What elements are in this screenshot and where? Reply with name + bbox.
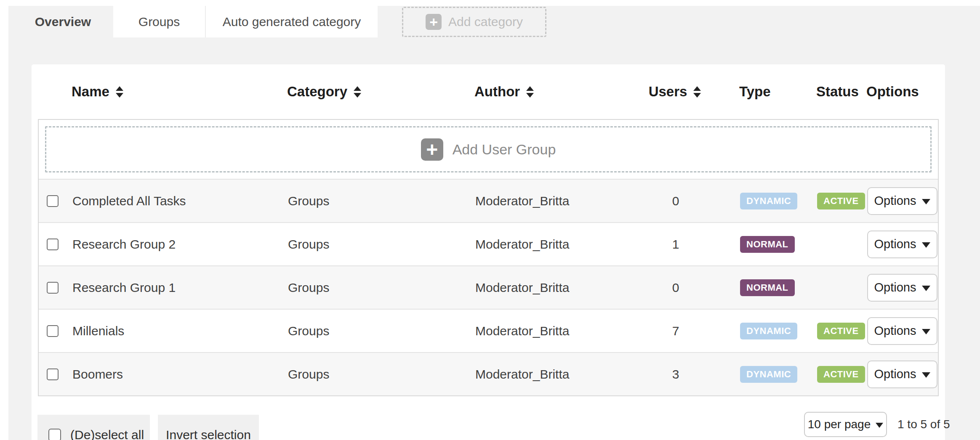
- options-button[interactable]: Options: [867, 317, 937, 345]
- group-category: Groups: [288, 180, 475, 222]
- add-user-group-zone: + Add User Group: [39, 120, 938, 179]
- pagination-range: 1 to 5 of 5: [897, 412, 950, 437]
- tab-spacer: [378, 6, 402, 37]
- invert-selection-label: Invert selection: [166, 428, 251, 440]
- column-header-label: Author: [474, 84, 520, 100]
- table-row: Boomers Groups Moderator_Britta 3 DYNAMI…: [39, 352, 938, 395]
- status-badge: ACTIVE: [817, 193, 865, 209]
- options-button[interactable]: Options: [867, 187, 937, 215]
- options-button-label: Options: [874, 194, 916, 208]
- tab-bar: Overview Groups Auto generated category …: [13, 6, 546, 37]
- group-category: Groups: [288, 223, 475, 265]
- group-category: Groups: [288, 266, 475, 309]
- group-author: Moderator_Britta: [475, 266, 646, 309]
- options-button-label: Options: [874, 281, 916, 294]
- group-name: Research Group 1: [68, 266, 288, 309]
- row-checkbox[interactable]: [47, 195, 59, 207]
- table-row: Millenials Groups Moderator_Britta 7 DYN…: [39, 309, 938, 352]
- group-name: Boomers: [68, 353, 288, 395]
- plus-icon: +: [421, 138, 443, 161]
- group-name: Completed All Tasks: [68, 180, 288, 222]
- column-header-label: Options: [866, 84, 919, 100]
- chevron-down-icon: [922, 242, 930, 248]
- table-row: Research Group 2 Groups Moderator_Britta…: [39, 222, 938, 265]
- group-author: Moderator_Britta: [475, 180, 646, 222]
- group-users-count: 1: [646, 223, 705, 265]
- group-author: Moderator_Britta: [475, 223, 646, 265]
- sort-icon[interactable]: [526, 86, 534, 98]
- invert-selection-button[interactable]: Invert selection: [158, 415, 259, 440]
- group-author: Moderator_Britta: [475, 310, 646, 352]
- table-row: Research Group 1 Groups Moderator_Britta…: [39, 265, 938, 309]
- add-user-group-button[interactable]: + Add User Group: [45, 126, 932, 172]
- column-header-users[interactable]: Users: [645, 64, 704, 119]
- sort-icon[interactable]: [354, 86, 361, 98]
- type-badge: DYNAMIC: [740, 193, 797, 209]
- group-name: Research Group 2: [68, 223, 288, 265]
- column-header-label: Users: [649, 84, 687, 100]
- table-header: NameCategoryAuthorUsersTypeStatusOptions: [38, 64, 939, 119]
- tab-auto-generated-category[interactable]: Auto generated category: [205, 6, 378, 37]
- column-header-label: Type: [739, 84, 771, 100]
- deselect-all-button[interactable]: (De)select all: [37, 415, 150, 440]
- group-users-count: 0: [646, 266, 705, 309]
- table-footer: (De)select all Invert selection 10 per p…: [37, 396, 945, 440]
- column-header-label: Status: [816, 84, 859, 100]
- chevron-down-icon: [922, 372, 930, 378]
- row-checkbox[interactable]: [47, 282, 59, 294]
- type-badge: NORMAL: [740, 236, 795, 253]
- options-button[interactable]: Options: [867, 274, 937, 302]
- sort-icon[interactable]: [693, 86, 701, 98]
- type-badge: DYNAMIC: [740, 366, 797, 383]
- page: Overview Groups Auto generated category …: [0, 0, 980, 440]
- group-category: Groups: [288, 353, 475, 395]
- group-users-count: 7: [646, 310, 705, 352]
- type-badge: NORMAL: [740, 279, 795, 296]
- column-header-status: Status: [812, 64, 866, 119]
- group-author: Moderator_Britta: [475, 353, 646, 395]
- add-user-group-label: Add User Group: [453, 141, 556, 158]
- group-category: Groups: [288, 310, 475, 352]
- chevron-down-icon: [922, 199, 930, 204]
- group-users-count: 0: [646, 180, 705, 222]
- options-button[interactable]: Options: [867, 360, 937, 388]
- deselect-all-label: (De)select all: [70, 428, 144, 440]
- chevron-down-icon: [876, 423, 883, 428]
- table-rows: Completed All Tasks Groups Moderator_Bri…: [39, 179, 938, 395]
- column-header-name[interactable]: Name: [67, 64, 287, 119]
- deselect-all-checkbox[interactable]: [48, 429, 61, 440]
- group-users-count: 3: [646, 353, 705, 395]
- options-button-label: Options: [874, 367, 916, 381]
- row-checkbox[interactable]: [47, 239, 59, 250]
- options-button-label: Options: [874, 324, 916, 338]
- add-category-button[interactable]: + Add category: [402, 7, 546, 37]
- per-page-dropdown[interactable]: 10 per page: [804, 412, 887, 437]
- column-header-type: Type: [704, 64, 812, 119]
- user-groups-card: NameCategoryAuthorUsersTypeStatusOptions…: [32, 64, 945, 440]
- column-header-label: Category: [287, 84, 347, 100]
- table-row: Completed All Tasks Groups Moderator_Bri…: [39, 179, 938, 222]
- column-header-options: Options: [866, 64, 939, 119]
- content-background: Overview Groups Auto generated category …: [8, 6, 980, 440]
- tab-overview[interactable]: Overview: [13, 6, 113, 37]
- sort-icon[interactable]: [116, 86, 123, 98]
- add-category-label: Add category: [448, 15, 523, 29]
- chevron-down-icon: [922, 286, 930, 291]
- row-checkbox[interactable]: [47, 325, 59, 337]
- group-name: Millenials: [68, 310, 288, 352]
- row-checkbox[interactable]: [47, 368, 59, 380]
- options-button[interactable]: Options: [867, 231, 937, 258]
- column-header-label: Name: [72, 84, 109, 100]
- tab-groups[interactable]: Groups: [113, 6, 205, 37]
- type-badge: DYNAMIC: [740, 323, 797, 339]
- column-header-author[interactable]: Author: [474, 64, 645, 119]
- column-header-category[interactable]: Category: [287, 64, 474, 119]
- table-body: + Add User Group Completed All Tasks Gro…: [38, 119, 939, 396]
- status-badge: ACTIVE: [817, 366, 865, 383]
- options-button-label: Options: [874, 237, 916, 251]
- plus-icon: +: [426, 14, 442, 30]
- chevron-down-icon: [922, 329, 930, 334]
- status-badge: ACTIVE: [817, 323, 865, 339]
- per-page-label: 10 per page: [808, 418, 871, 431]
